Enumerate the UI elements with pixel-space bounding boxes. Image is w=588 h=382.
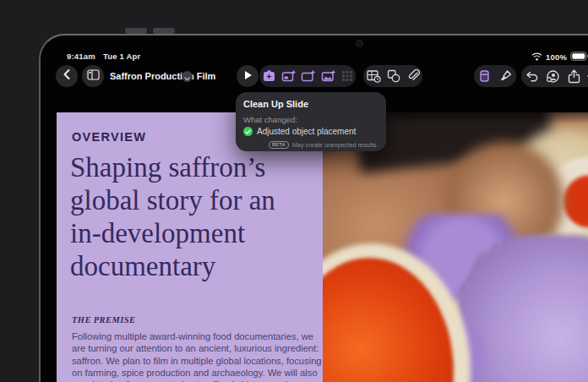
status-time: 9:41am	[67, 52, 95, 61]
checkmark-icon	[243, 127, 253, 136]
play-icon	[243, 68, 253, 84]
play-button[interactable]	[237, 65, 259, 87]
premise-label[interactable]: THE PREMISE	[72, 315, 135, 325]
undo-button[interactable]	[525, 70, 539, 83]
chevron-down-icon	[184, 69, 190, 85]
wifi-icon	[531, 52, 542, 63]
ai-tools-group	[259, 65, 356, 87]
status-bar-right: 100%	[531, 52, 588, 63]
slide-layouts-icon-disabled	[341, 70, 353, 82]
screenshot-stage: 9:41am Tue 1 Apr 100% Saffron Production…	[0, 0, 588, 382]
battery-percent: 100%	[546, 52, 567, 62]
ai-add-slide-button[interactable]	[301, 69, 316, 83]
premise-body[interactable]: Following multiple award-winning food do…	[72, 330, 324, 382]
slide-navigator-icon	[87, 68, 100, 84]
change-item-label: Adjusted object placement	[257, 127, 356, 136]
chevron-left-icon	[63, 68, 71, 84]
document-menu-button[interactable]	[182, 71, 193, 82]
beta-note-text: May create unexpected results.	[292, 141, 378, 149]
collaborate-button[interactable]	[546, 69, 560, 84]
share-button[interactable]	[568, 69, 580, 84]
attachment-button[interactable]	[406, 69, 420, 83]
format-brush-button[interactable]	[498, 69, 513, 83]
ai-rewrite-slide-button[interactable]	[281, 69, 297, 83]
actions-group	[521, 65, 588, 87]
status-bar-left: 9:41am Tue 1 Apr	[67, 52, 141, 61]
volume-button	[125, 28, 147, 34]
beta-note-row: BETA May create unexpected results.	[269, 141, 378, 149]
volume-button	[153, 28, 175, 34]
shapes-button[interactable]	[387, 69, 400, 83]
change-item-row: Adjusted object placement	[243, 127, 356, 136]
format-group	[474, 65, 516, 87]
table-chart-button[interactable]	[367, 69, 381, 83]
saffron-photo[interactable]	[323, 112, 588, 382]
clean-up-slide-popover: Clean Up Slide What changed: Adjusted ob…	[236, 92, 386, 151]
eraser-button-active[interactable]	[478, 69, 491, 83]
slide-title[interactable]: Shaping saffron’s global story for an in…	[70, 151, 324, 283]
beta-badge: BETA	[269, 141, 289, 149]
popover-question: What changed:	[243, 115, 297, 124]
insert-group	[363, 65, 422, 87]
status-date: Tue 1 Apr	[103, 52, 141, 61]
front-camera	[356, 40, 363, 47]
slide-navigator-button[interactable]	[82, 65, 104, 87]
back-button[interactable]	[56, 65, 78, 87]
slide-eyebrow[interactable]: OVERVIEW	[72, 130, 146, 144]
document-title[interactable]: Saffron Production Film	[110, 71, 215, 81]
slide-text-panel[interactable]: OVERVIEW Shaping saffron’s global story …	[57, 112, 323, 382]
ai-image-button[interactable]	[321, 69, 336, 83]
popover-title: Clean Up Slide	[243, 99, 308, 109]
battery-icon	[570, 52, 588, 63]
clean-up-slide-button[interactable]	[262, 69, 276, 83]
